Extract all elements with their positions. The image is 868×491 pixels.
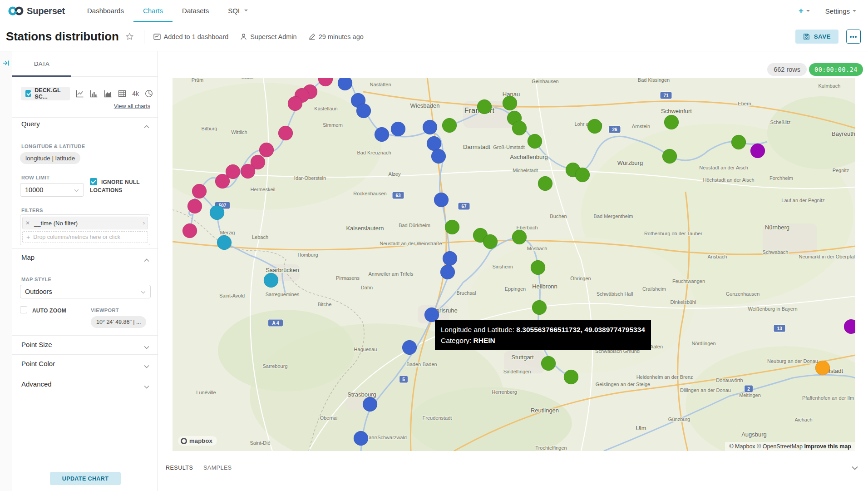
map-data-point[interactable] [182, 223, 197, 238]
more-options-button[interactable]: ••• [846, 30, 861, 44]
map-data-point[interactable] [427, 136, 441, 151]
map-data-point[interactable] [354, 431, 368, 446]
settings-menu[interactable]: Settings [825, 7, 856, 15]
map-data-point[interactable] [664, 115, 679, 129]
map-data-point[interactable] [512, 121, 527, 135]
map-data-point[interactable] [564, 370, 578, 384]
chevron-down-icon[interactable] [144, 343, 149, 351]
dashboards-count[interactable]: Added to 1 dashboard [153, 33, 229, 40]
map-data-point[interactable] [241, 164, 255, 179]
collapse-data-panel-button[interactable] [852, 464, 858, 472]
viz-4k-label[interactable]: 4k [132, 90, 139, 97]
section-map[interactable]: Map [21, 253, 35, 261]
tab-results[interactable]: RESULTS [166, 465, 193, 471]
section-advanced[interactable]: Advanced [21, 380, 52, 388]
map-data-point[interactable] [187, 199, 202, 213]
chevron-down-icon[interactable] [144, 362, 149, 370]
map-data-point[interactable] [662, 149, 677, 164]
map-data-point[interactable] [477, 99, 492, 114]
map-data-point[interactable] [192, 184, 207, 198]
map-town-label: Dahn [361, 285, 373, 290]
map-data-point[interactable] [503, 96, 517, 110]
tab-data[interactable]: DATA [12, 51, 71, 76]
chevron-down-icon[interactable] [144, 382, 149, 391]
superset-logo[interactable]: Superset [8, 0, 65, 22]
map-style-select[interactable]: Outdoors [20, 285, 151, 298]
deckgl-map[interactable]: PrümDaunNastättenGelnhausenBad Kissingen… [173, 78, 855, 451]
map-data-point[interactable] [731, 135, 746, 149]
map-data-point[interactable] [278, 126, 293, 140]
line-chart-icon[interactable] [76, 89, 84, 98]
map-data-point[interactable] [440, 265, 455, 279]
nav-sql[interactable]: SQL [218, 0, 257, 22]
new-item-button[interactable]: + [799, 6, 810, 16]
map-data-point[interactable] [538, 176, 552, 191]
map-data-point[interactable] [587, 119, 602, 134]
section-query[interactable]: Query [21, 120, 40, 128]
mapbox-logo[interactable]: mapbox [178, 436, 217, 446]
attrib-improve-link[interactable]: Improve this map [804, 443, 852, 450]
last-modified[interactable]: 29 minutes ago [309, 33, 364, 40]
map-town-label: Günzburg [668, 417, 690, 422]
chevron-up-icon[interactable] [144, 122, 149, 130]
expand-panel-button[interactable] [2, 59, 10, 67]
map-data-point[interactable] [442, 118, 457, 133]
viz-type-chip[interactable]: DECK.GL SC... [21, 87, 70, 100]
filters-dropzone[interactable]: + Drop columns/metrics here or click [22, 231, 148, 243]
update-chart-button[interactable]: UPDATE CHART [50, 472, 121, 485]
remove-filter-icon[interactable]: ✕ [25, 220, 30, 226]
attrib-osm-link[interactable]: © OpenStreetMap [757, 443, 803, 450]
nav-charts[interactable]: Charts [133, 0, 173, 22]
lonlat-chip[interactable]: longitude | latitude [20, 152, 80, 164]
map-data-point[interactable] [210, 205, 224, 220]
map-data-point[interactable] [443, 251, 457, 266]
view-all-charts-link[interactable]: View all charts [114, 103, 150, 109]
map-data-point[interactable] [528, 134, 542, 149]
nav-datasets[interactable]: Datasets [173, 0, 218, 22]
map-data-point[interactable] [363, 397, 377, 412]
map-data-point[interactable] [750, 144, 765, 158]
favorite-star-button[interactable] [125, 32, 134, 41]
map-data-point[interactable] [356, 104, 371, 118]
chart-owner[interactable]: Superset Admin [240, 33, 296, 40]
map-data-point[interactable] [431, 149, 446, 164]
map-data-point[interactable] [531, 260, 545, 275]
map-data-point[interactable] [541, 356, 556, 371]
pie-chart-icon[interactable] [145, 89, 153, 98]
map-data-point[interactable] [338, 78, 352, 90]
table-icon[interactable] [118, 89, 126, 98]
map-data-point[interactable] [264, 273, 278, 288]
map-data-point[interactable] [288, 96, 302, 111]
dashboard-icon [153, 33, 161, 40]
map-data-point[interactable] [434, 193, 449, 207]
map-data-point[interactable] [402, 340, 417, 355]
map-data-point[interactable] [575, 168, 590, 182]
save-button[interactable]: SAVE [795, 30, 838, 44]
section-point-color[interactable]: Point Color [21, 360, 55, 367]
map-data-point[interactable] [532, 300, 547, 315]
map-data-point[interactable] [259, 143, 274, 157]
tab-samples[interactable]: SAMPLES [203, 465, 232, 471]
area-chart-icon[interactable] [104, 89, 112, 98]
map-town-label: Neustadt an der Weinstraße [380, 241, 442, 246]
map-town-label: Buchen [550, 213, 567, 219]
map-data-point[interactable] [375, 127, 389, 142]
section-point-size[interactable]: Point Size [21, 341, 52, 348]
map-data-point[interactable] [217, 235, 232, 250]
map-data-point[interactable] [391, 122, 405, 136]
attrib-mapbox-link[interactable]: © Mapbox [729, 443, 755, 450]
map-data-point[interactable] [445, 220, 459, 234]
filter-chip-time[interactable]: ✕ __time (No filter) › [22, 217, 148, 229]
chevron-up-icon[interactable] [144, 256, 149, 264]
map-data-point[interactable] [815, 361, 830, 375]
row-limit-select[interactable]: 10000 [20, 183, 84, 197]
bar-chart-icon[interactable] [90, 89, 98, 98]
auto-zoom-checkbox[interactable] [20, 306, 27, 313]
nav-dashboards[interactable]: Dashboards [78, 0, 133, 22]
viewport-chip[interactable]: 10° 24' 49.86" | ... [91, 316, 146, 328]
ignore-null-checkbox[interactable] [90, 178, 97, 185]
map-data-point[interactable] [423, 120, 437, 134]
map-data-point[interactable] [483, 234, 498, 249]
map-data-point[interactable] [512, 230, 527, 244]
map-data-point[interactable] [215, 174, 230, 188]
